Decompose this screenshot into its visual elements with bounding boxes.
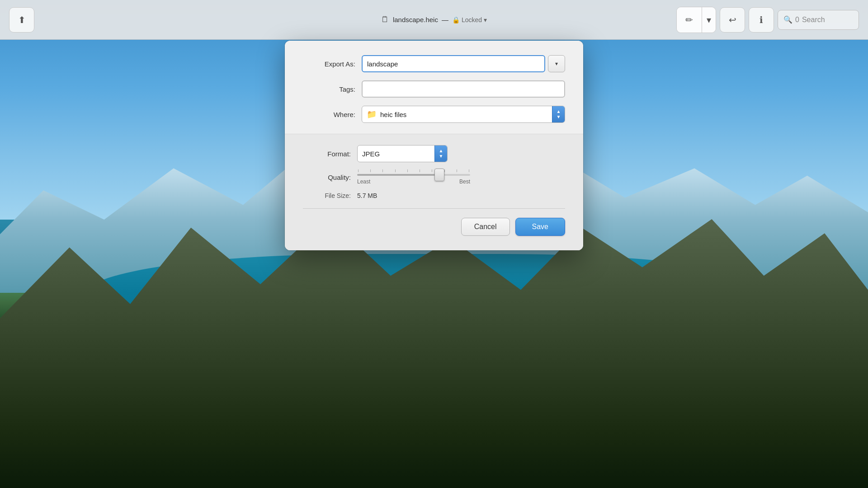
export-as-wrap: ▾ — [362, 55, 565, 72]
format-value: JPEG — [362, 150, 380, 158]
chevron-down-icon: ▾ — [555, 61, 558, 67]
quality-min-label: Least — [357, 178, 370, 185]
filesize-label: File Size: — [303, 192, 357, 199]
chevron-up-icon: ▲ — [557, 109, 561, 114]
where-row: Where: 📁 heic files ▲ ▼ — [303, 106, 565, 123]
format-select[interactable]: JPEG ▲ ▼ — [357, 145, 448, 162]
where-dropdown[interactable]: 📁 heic files ▲ ▼ — [362, 106, 565, 123]
filesize-value: 5.7 MB — [357, 192, 377, 199]
button-row: Cancel Save — [303, 218, 565, 236]
tags-row: Tags: — [303, 80, 565, 98]
folder-icon: 📁 — [367, 109, 377, 119]
format-chevron-up-icon: ▲ — [439, 148, 443, 154]
format-label: Format: — [303, 150, 357, 158]
format-chevron-down-icon: ▼ — [439, 154, 443, 159]
export-as-dropdown-button[interactable]: ▾ — [548, 55, 565, 72]
quality-row: Quality: — [303, 169, 565, 185]
quality-wrap: Least Best — [357, 169, 565, 185]
where-value: heic files — [380, 111, 406, 118]
export-as-input[interactable] — [362, 55, 545, 72]
tags-input[interactable] — [362, 80, 565, 98]
where-stepper-button[interactable]: ▲ ▼ — [552, 106, 565, 123]
cancel-button[interactable]: Cancel — [461, 218, 510, 236]
save-button[interactable]: Save — [515, 218, 565, 236]
export-as-row: Export As: ▾ — [303, 55, 565, 72]
dialog-top: Export As: ▾ Tags: Where: 📁 — [285, 41, 583, 134]
quality-label: Quality: — [303, 174, 357, 181]
quality-labels: Least Best — [357, 178, 470, 185]
dialog-divider — [303, 208, 565, 209]
tags-label: Tags: — [303, 85, 362, 93]
quality-max-label: Best — [459, 178, 470, 185]
chevron-down-icon: ▼ — [557, 114, 561, 120]
dialog-bottom: Format: JPEG ▲ ▼ Quality: — [285, 134, 583, 250]
export-dialog: Export As: ▾ Tags: Where: 📁 — [285, 41, 583, 250]
quality-slider[interactable] — [357, 174, 470, 176]
format-stepper-button[interactable]: ▲ ▼ — [434, 145, 447, 162]
format-row: Format: JPEG ▲ ▼ — [303, 145, 565, 162]
export-as-label: Export As: — [303, 60, 362, 68]
where-label: Where: — [303, 111, 362, 118]
where-inner: 📁 heic files — [362, 109, 552, 119]
format-select-inner: JPEG — [358, 150, 434, 158]
filesize-row: File Size: 5.7 MB — [303, 192, 565, 199]
export-dialog-overlay: Export As: ▾ Tags: Where: 📁 — [0, 0, 868, 488]
